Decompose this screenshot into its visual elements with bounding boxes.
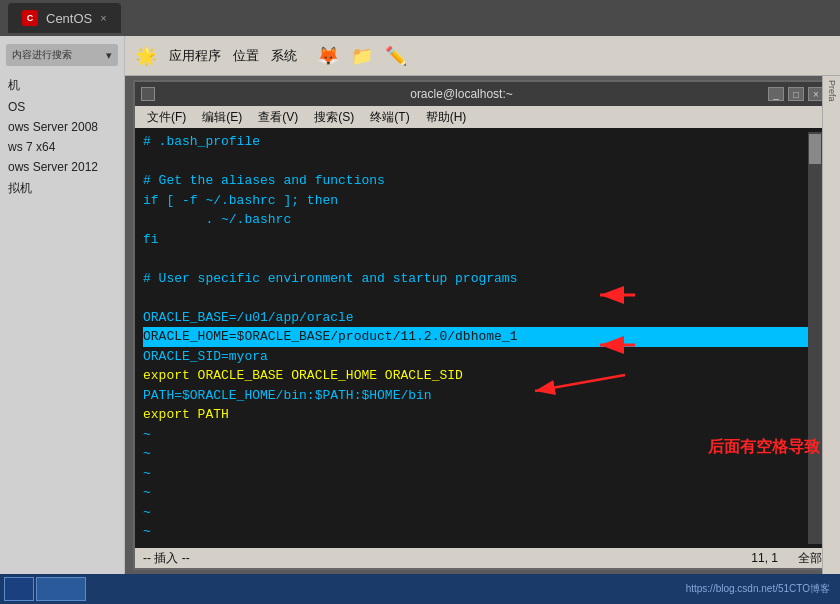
line-4: . ~/.bashrc — [143, 210, 808, 230]
terminal-mode: -- 插入 -- — [143, 550, 190, 567]
sidebar-search[interactable]: 内容进行搜索 ▾ — [6, 44, 118, 66]
terminal-menu-help[interactable]: 帮助(H) — [420, 107, 473, 128]
terminal-menu-terminal[interactable]: 终端(T) — [364, 107, 415, 128]
terminal-position: 11, 1 — [751, 551, 778, 565]
line-12: export ORACLE_BASE ORACLE_HOME ORACLE_SI… — [143, 366, 808, 386]
line-1 — [143, 152, 808, 172]
browser-tabbar: C CentOS × — [0, 0, 840, 36]
sidebar: 内容进行搜索 ▾ 机 OS ows Server 2008 ws 7 x64 o… — [0, 36, 125, 574]
terminal-menu-edit[interactable]: 编辑(E) — [196, 107, 248, 128]
sidebar-search-label: 内容进行搜索 — [12, 48, 72, 62]
sidebar-item-5[interactable]: 拟机 — [0, 177, 124, 200]
scrollbar-thumb[interactable] — [809, 134, 821, 164]
line-17: ~ — [143, 464, 808, 484]
vm-toolbar-firefox-icon[interactable]: 🦊 — [317, 45, 339, 67]
terminal-statusbar: -- 插入 -- 11, 1 全部 — [135, 548, 830, 568]
terminal-titlebar: oracle@localhost:~ _ □ × — [135, 82, 830, 106]
sidebar-item-win7[interactable]: ws 7 x64 — [0, 137, 124, 157]
sidebar-item-1[interactable]: OS — [0, 97, 124, 117]
line-3: if [ -f ~/.bashrc ]; then — [143, 191, 808, 211]
line-5: fi — [143, 230, 808, 250]
terminal-menu-file[interactable]: 文件(F) — [141, 107, 192, 128]
right-panel: Prefa — [822, 76, 840, 574]
centos-tab-label: CentOS — [46, 11, 92, 26]
line-2: # Get the aliases and functions — [143, 171, 808, 191]
terminal-controls: _ □ × — [768, 87, 824, 101]
sidebar-item-0[interactable]: 机 — [0, 74, 124, 97]
terminal-scrollbar[interactable] — [808, 132, 822, 544]
taskbar-url: https://blog.csdn.net/51CTO博客 — [680, 582, 836, 596]
line-0: # .bash_profile — [143, 132, 808, 152]
line-9: ORACLE_BASE=/u01/app/oracle — [143, 308, 808, 328]
line-13: PATH=$ORACLE_HOME/bin:$PATH:$HOME/bin — [143, 386, 808, 406]
annotation-text: 后面有空格导致 — [708, 437, 820, 458]
vm-toolbar-edit-icon[interactable]: ✏️ — [385, 45, 407, 67]
line-20: ~ — [143, 522, 808, 542]
sidebar-items: 机 OS ows Server 2008 ws 7 x64 ows Server… — [0, 70, 124, 204]
centos-tab-icon: C — [22, 10, 38, 26]
line-14: export PATH — [143, 405, 808, 425]
terminal-title-text: oracle@localhost:~ — [155, 87, 768, 101]
vm-toolbar-locations[interactable]: 位置 — [233, 47, 259, 65]
line-7: # User specific environment and startup … — [143, 269, 808, 289]
terminal-minimize-button[interactable]: _ — [768, 87, 784, 101]
vm-toolbar: 🌟 应用程序 位置 系统 🦊 📁 ✏️ — [125, 36, 840, 76]
taskbar-item-1[interactable] — [4, 577, 34, 601]
sidebar-item-windows2008[interactable]: ows Server 2008 — [0, 117, 124, 137]
vm-area: 🌟 应用程序 位置 系统 🦊 📁 ✏️ oracle@localhost:~ _… — [125, 36, 840, 574]
vm-toolbar-icon-apps: 🌟 — [135, 45, 157, 67]
vm-toolbar-apps[interactable]: 应用程序 — [169, 47, 221, 65]
line-10: ORACLE_HOME=$ORACLE_BASE/product/11.2.0/… — [143, 327, 808, 347]
line-11: ORACLE_SID=myora — [143, 347, 808, 367]
vm-toolbar-folder-icon[interactable]: 📁 — [351, 45, 373, 67]
vm-toolbar-system[interactable]: 系统 — [271, 47, 297, 65]
terminal-window: oracle@localhost:~ _ □ × 文件(F) 编辑(E) 查看(… — [133, 80, 832, 570]
line-8 — [143, 288, 808, 308]
line-6 — [143, 249, 808, 269]
main-content: 内容进行搜索 ▾ 机 OS ows Server 2008 ws 7 x64 o… — [0, 36, 840, 574]
terminal-menubar: 文件(F) 编辑(E) 查看(V) 搜索(S) 终端(T) 帮助(H) — [135, 106, 830, 128]
terminal-menu-view[interactable]: 查看(V) — [252, 107, 304, 128]
terminal-text: # .bash_profile # Get the aliases and fu… — [143, 132, 808, 544]
taskbar-item-2[interactable] — [36, 577, 86, 601]
sidebar-search-arrow: ▾ — [106, 49, 112, 62]
terminal-maximize-button[interactable]: □ — [788, 87, 804, 101]
sidebar-item-windows2012[interactable]: ows Server 2012 — [0, 157, 124, 177]
terminal-menu-search[interactable]: 搜索(S) — [308, 107, 360, 128]
terminal-view-mode: 全部 — [798, 550, 822, 567]
centos-tab[interactable]: C CentOS × — [8, 3, 121, 33]
tab-close-button[interactable]: × — [100, 12, 106, 24]
right-panel-label: Prefa — [827, 80, 837, 102]
line-19: ~ — [143, 503, 808, 523]
line-18: ~ — [143, 483, 808, 503]
taskbar: https://blog.csdn.net/51CTO博客 — [0, 574, 840, 604]
terminal-content[interactable]: # .bash_profile # Get the aliases and fu… — [135, 128, 830, 548]
terminal-title-icon — [141, 87, 155, 101]
